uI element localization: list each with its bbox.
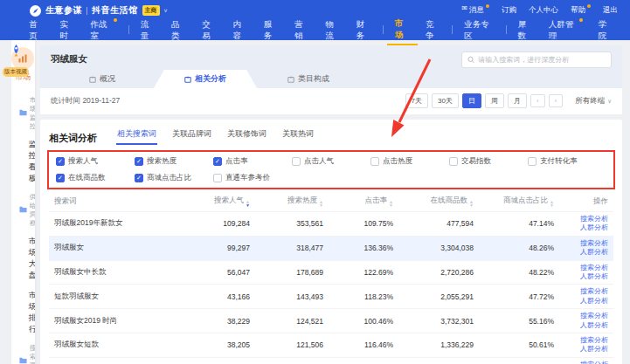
metric-click-rate[interactable]: ✓点击率	[213, 156, 292, 167]
subtab-related-hot-words[interactable]: 关联热词	[281, 126, 315, 145]
metric-trade-index[interactable]: 交易指数	[449, 156, 528, 167]
table-header-row: 搜索词搜索人气▲▼搜索热度▲▼点击率▲▼在线商品数▲▼商城点击占比▲▼操作	[49, 191, 613, 212]
sort-icon: ▲▼	[469, 200, 474, 207]
stat-time-date: 2019-11-27	[82, 96, 120, 105]
tab-icon	[89, 76, 96, 83]
checkbox-online-products[interactable]: ✓	[56, 174, 65, 182]
notification-dot	[114, 18, 117, 22]
plan-badge: 主商	[142, 5, 160, 16]
sidebar-group-search-insight[interactable]: 搜索洞察	[11, 340, 35, 364]
column-header-online-products[interactable]: 在线商品数▲▼	[398, 191, 479, 212]
metric-label: 交易指数	[461, 156, 491, 167]
checkbox-click-rate[interactable]: ✓	[213, 157, 222, 166]
search-analysis-link[interactable]: 搜索分析	[564, 336, 608, 345]
topbar-item-label: 帮助	[571, 5, 585, 16]
nav-item-label: 犀数	[518, 19, 533, 42]
column-header-keyword: 搜索词	[49, 191, 182, 212]
metric-pay-conversion[interactable]: 支付转化率	[528, 156, 606, 167]
sort-down-icon: ▼	[246, 203, 250, 207]
subtab-related-brand-words[interactable]: 关联品牌词	[171, 126, 212, 145]
checkbox-trade-index[interactable]	[449, 157, 458, 166]
checkbox-pay-conversion[interactable]	[528, 157, 537, 166]
column-header-mall-click-ratio[interactable]: 商城点击占比▲▼	[479, 191, 559, 212]
search-analysis-link[interactable]: 搜索分析	[564, 287, 608, 296]
search-analysis-link[interactable]: 搜索分析	[564, 215, 608, 223]
subtab-related-search-words[interactable]: 相关搜索词	[116, 126, 157, 145]
column-header-click-rate[interactable]: 点击率▲▼	[329, 191, 398, 212]
topbar-item-help[interactable]: 帮助	[571, 5, 591, 16]
main-nav: 首页实时作战室流量品类交易内容服务营销物流财务市场竞争业务专区犀数人群管理学院	[0, 19, 630, 40]
sort-down-icon: ▼	[469, 203, 474, 207]
checkbox-click-popularity[interactable]	[292, 157, 301, 166]
value-cell: 100.46%	[329, 309, 398, 333]
checkbox-search-heat[interactable]: ✓	[135, 157, 143, 166]
range-button-month[interactable]: 月	[508, 93, 527, 108]
subtab-related-modifier-words[interactable]: 关联修饰词	[226, 126, 267, 145]
range-button-30d[interactable]: 30天	[432, 93, 459, 108]
next-button[interactable]: ›	[549, 94, 564, 107]
crowd-analysis-link[interactable]: 人群分析	[564, 272, 608, 281]
checkbox-zhitongche-ref-price[interactable]	[213, 174, 222, 182]
sidebar-item-market-rank[interactable]: 市场排行	[11, 285, 35, 340]
metric-checkbox-group: ✓搜索人气✓搜索热度✓点击率点击人气点击热度交易指数支付转化率✓在线商品数✓商城…	[51, 152, 612, 188]
crowd-analysis-link[interactable]: 人群分析	[564, 345, 608, 354]
sidebar-item-monitor-board[interactable]: 监控看板	[11, 134, 35, 189]
range-button-7d[interactable]: 7天	[405, 93, 428, 108]
checkbox-mall-click-ratio[interactable]: ✓	[135, 174, 143, 182]
tab-related-analysis[interactable]: 相关分析	[154, 70, 257, 88]
sidebar-group-supply-insight[interactable]: 供给洞察	[11, 189, 35, 231]
keywords-table: 搜索词搜索人气▲▼搜索热度▲▼点击率▲▼在线商品数▲▼商城点击占比▲▼操作 羽绒…	[49, 191, 613, 364]
range-button-day[interactable]: 日	[462, 93, 481, 108]
version-video-widget[interactable]: 版本视频	[3, 44, 29, 77]
topbar-item-subscribe[interactable]: 订购	[502, 5, 516, 16]
keyword-cell: 羽绒服2019年新款女	[49, 212, 182, 237]
crowd-analysis-link[interactable]: 人群分析	[564, 321, 608, 330]
sort-icon: ▲▼	[319, 200, 323, 207]
checkbox-click-heat[interactable]	[370, 157, 379, 166]
tab-category-composition[interactable]: 类目构成	[257, 70, 360, 88]
tab-overview[interactable]: 概况	[51, 70, 154, 88]
terminal-filter[interactable]: 所有终端∨	[575, 96, 612, 106]
metric-click-popularity[interactable]: 点击人气	[292, 156, 370, 167]
metric-label: 商城点击占比	[147, 173, 191, 183]
value-cell: 2,055,291	[398, 285, 479, 309]
search-input[interactable]	[478, 56, 606, 64]
metric-click-heat[interactable]: 点击热度	[370, 156, 449, 167]
metric-zhitongche-ref-price[interactable]: 直通车参考价	[213, 173, 292, 183]
value-cell: 2,366	[398, 357, 479, 364]
checkbox-search-popularity[interactable]: ✓	[56, 157, 65, 166]
search-analysis-link[interactable]: 搜索分析	[564, 239, 608, 248]
tab-label: 相关分析	[195, 73, 226, 85]
value-cell: 43,166	[182, 285, 255, 309]
value-cell: 178,689	[255, 260, 329, 285]
metric-mall-click-ratio[interactable]: ✓商城点击占比	[135, 173, 213, 183]
value-cell: 48.22%	[479, 260, 559, 285]
column-header-search-popularity[interactable]: 搜索人气▲▼	[182, 191, 255, 212]
column-header-label: 商城点击占比	[503, 196, 548, 204]
range-button-week[interactable]: 周	[485, 93, 504, 108]
metric-search-popularity[interactable]: ✓搜索人气	[56, 156, 135, 167]
column-header-label: 点击率	[365, 196, 388, 204]
metric-online-products[interactable]: ✓在线商品数	[56, 173, 135, 183]
topbar-item-logout[interactable]: 退出	[603, 5, 618, 16]
related-words-card: 相关词分析 相关搜索词关联品牌词关联修饰词关联热词 ✓搜索人气✓搜索热度✓点击率…	[40, 120, 622, 364]
search-analysis-link[interactable]: 搜索分析	[564, 264, 608, 272]
sidebar-group-market-monitor[interactable]: 市场监控	[11, 92, 35, 134]
prev-button[interactable]: ‹	[530, 94, 545, 107]
column-header-actions: 操作	[559, 191, 613, 212]
nav-item-label: 市场	[395, 18, 410, 41]
crowd-analysis-link[interactable]: 人群分析	[564, 297, 608, 306]
sidebar-item-market-overview[interactable]: 市场大盘	[11, 231, 35, 285]
crowd-analysis-link[interactable]: 人群分析	[564, 248, 608, 257]
metric-search-heat[interactable]: ✓搜索热度	[135, 156, 213, 167]
nav-item-label: 物流	[325, 19, 340, 42]
topbar-item-profile[interactable]: 个人中心	[529, 5, 558, 16]
message-icon: ✉	[461, 5, 467, 12]
column-header-label: 搜索热度	[287, 196, 317, 204]
topbar-item-messages[interactable]: ✉消息	[461, 5, 489, 16]
column-header-search-heat[interactable]: 搜索热度▲▼	[255, 191, 329, 212]
search-analysis-link[interactable]: 搜索分析	[564, 312, 608, 320]
crowd-analysis-link[interactable]: 人群分析	[564, 223, 608, 232]
search-analysis-link[interactable]: 搜索分析	[564, 361, 608, 364]
table-row: 羽绒服2019年新款女109,284353,561109.75%477,5944…	[49, 212, 613, 237]
